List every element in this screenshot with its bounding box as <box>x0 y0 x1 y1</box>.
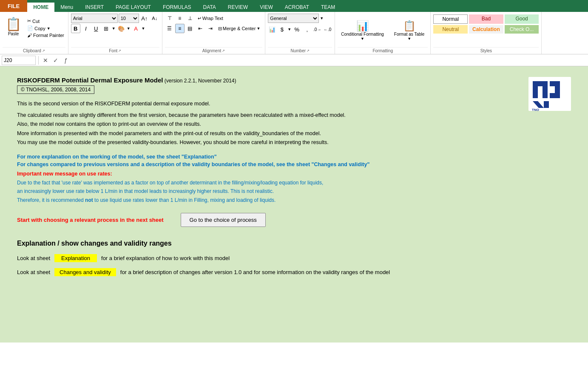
copy-dropdown-icon[interactable]: ▼ <box>47 26 51 31</box>
wrap-icon: ↵ <box>198 16 202 21</box>
intro-line-3: More information is presented with the m… <box>17 129 571 138</box>
styles-group-label: Styles <box>480 48 492 53</box>
cancel-formula-button[interactable]: ✕ <box>41 56 50 65</box>
italic-button[interactable]: I <box>81 24 91 33</box>
svg-rect-3 <box>543 81 548 98</box>
tab-menu[interactable]: Menu <box>54 3 79 12</box>
currency-button[interactable]: $ <box>277 25 287 34</box>
tab-data[interactable]: DATA <box>197 3 222 12</box>
font-size-select[interactable]: 10 <box>119 14 139 23</box>
intro-line-1: The calculated results are slightly diff… <box>17 111 571 120</box>
conditional-formatting-button[interactable]: 📊 Conditional Formatting ▼ <box>338 19 387 42</box>
changes-link: For changes compared to previous version… <box>17 161 571 167</box>
title-main: RISKOFDERM Potential Dermal Exposure Mod… <box>17 76 163 84</box>
svg-rect-6 <box>550 81 560 86</box>
font-color-button[interactable]: A <box>131 24 141 33</box>
style-good[interactable]: Good <box>505 14 539 24</box>
cut-button[interactable]: ✂ Cut <box>26 18 65 24</box>
paste-icon: 📋 <box>6 17 21 31</box>
confirm-formula-button[interactable]: ✓ <box>51 56 60 65</box>
decrease-decimal-button[interactable]: ←.0 <box>323 25 332 34</box>
alignment-group-label: Alignment <box>202 48 221 53</box>
tab-page-layout[interactable]: PAGE LAYOUT <box>110 3 157 12</box>
important-label: Important new message on use rates: <box>17 171 571 177</box>
font-family-select[interactable]: Arial <box>71 14 118 23</box>
borders-button[interactable]: ⊞ <box>102 24 111 33</box>
decrease-font-button[interactable]: A↓ <box>150 14 159 23</box>
tab-acrobat[interactable]: ACROBAT <box>279 3 315 12</box>
align-middle-button[interactable]: ≡ <box>175 14 185 23</box>
comma-button[interactable]: , <box>302 25 312 34</box>
style-normal[interactable]: Normal <box>433 14 468 24</box>
indent-decrease-button[interactable]: ⇤ <box>196 24 205 33</box>
cell-reference[interactable] <box>2 56 36 65</box>
increase-font-button[interactable]: A↑ <box>140 14 149 23</box>
indent-increase-button[interactable]: ⇥ <box>206 24 215 33</box>
formatting-group-label: Formatting <box>372 48 393 53</box>
file-button[interactable]: FILE <box>0 0 27 12</box>
changes-sheet-link[interactable]: Changes and validity <box>54 268 116 276</box>
tab-formulas[interactable]: FORMULAS <box>157 3 197 12</box>
tab-insert[interactable]: INSERT <box>79 3 110 12</box>
clipboard-expand-icon[interactable]: ↗ <box>42 49 45 53</box>
format-as-table-button[interactable]: 📋 Format as Table ▼ <box>391 19 428 42</box>
font-group-label: Font <box>109 48 117 53</box>
number-format-dropdown[interactable]: ▼ <box>320 16 324 20</box>
sheet-title: RISKOFDERM Potential Dermal Exposure Mod… <box>17 76 571 94</box>
tab-view[interactable]: VIEW <box>254 3 279 12</box>
start-text: Start with choosing a relevant process i… <box>17 217 164 223</box>
align-bottom-button[interactable]: ⊥ <box>185 14 195 23</box>
number-group-label: Number <box>291 48 306 53</box>
alignment-expand-icon[interactable]: ↗ <box>222 49 225 53</box>
wrap-text-button[interactable]: ↵ Wrap Text <box>196 14 225 23</box>
copy-button[interactable]: 📄 Copy ▼ <box>26 25 65 31</box>
bold-button[interactable]: B <box>71 24 80 33</box>
align-top-button[interactable]: ⊤ <box>165 14 174 23</box>
tno-logo: TNO <box>524 75 575 113</box>
merge-center-button[interactable]: ⊟ Merge & Center ▼ <box>216 24 263 33</box>
number-expand-icon[interactable]: ↗ <box>307 49 310 53</box>
borders-dropdown-icon[interactable]: ▼ <box>112 26 116 31</box>
sheet-row1-suffix: for a brief explanation of how to work w… <box>101 255 230 261</box>
align-center-button[interactable]: ≡ <box>175 24 185 33</box>
copy-icon: 📄 <box>27 25 33 31</box>
increase-decimal-button[interactable]: .0→ <box>312 25 322 34</box>
align-right-button[interactable]: ▤ <box>185 24 195 33</box>
explanation-sheet-link[interactable]: Explanation <box>54 254 97 262</box>
title-version: (version 2.2.1, November 2014) <box>163 78 236 84</box>
currency-dropdown[interactable]: ▼ <box>287 27 291 31</box>
format-painter-button[interactable]: 🖌 Format Painter <box>26 32 65 38</box>
number-format-select[interactable]: General <box>268 14 319 23</box>
intro-section: This is the second version of the RISKOF… <box>17 101 571 147</box>
style-bad[interactable]: Bad <box>469 14 503 24</box>
merge-icon: ⊟ <box>218 26 222 31</box>
underline-button[interactable]: U <box>91 24 101 33</box>
style-check-output[interactable]: Check O... <box>505 25 539 34</box>
intro-line-2: Also, the model now contains the option … <box>17 120 571 129</box>
align-left-button[interactable]: ☰ <box>165 24 174 33</box>
tab-home[interactable]: HOME <box>27 3 54 12</box>
fill-color-button[interactable]: 🎨 <box>116 24 126 33</box>
section-title: Explanation / show changes and validity … <box>17 240 571 247</box>
font-expand-icon[interactable]: ↗ <box>118 49 121 53</box>
style-neutral[interactable]: Neutral <box>433 25 468 34</box>
percent-button[interactable]: % <box>292 25 301 34</box>
formula-input[interactable] <box>72 56 586 65</box>
cond-dropdown-icon[interactable]: ▼ <box>361 37 364 41</box>
goto-process-button[interactable]: Go to the choice of process <box>181 213 266 227</box>
format-table-dropdown-icon[interactable]: ▼ <box>407 37 411 41</box>
style-calculation[interactable]: Calculation <box>469 25 503 34</box>
tab-team[interactable]: TEAM <box>315 3 341 12</box>
clipboard-label: Clipboard <box>23 48 41 53</box>
insert-function-button[interactable]: ƒ <box>62 56 70 65</box>
merge-dropdown-icon[interactable]: ▼ <box>256 26 260 31</box>
font-color-dropdown-icon[interactable]: ▼ <box>142 26 145 31</box>
explanation-link: For more explanation on the working of t… <box>17 154 571 160</box>
paintbrush-icon: 🖌 <box>27 33 32 38</box>
important-line-2: an increasingly lower use rate below 1 L… <box>17 187 571 195</box>
fill-dropdown-icon[interactable]: ▼ <box>127 26 131 31</box>
tab-review[interactable]: REVIEW <box>222 3 254 12</box>
conditional-formatting-icon: 📊 <box>356 20 369 32</box>
svg-marker-9 <box>544 101 549 108</box>
paste-button[interactable]: 📋 Paste <box>3 14 24 38</box>
